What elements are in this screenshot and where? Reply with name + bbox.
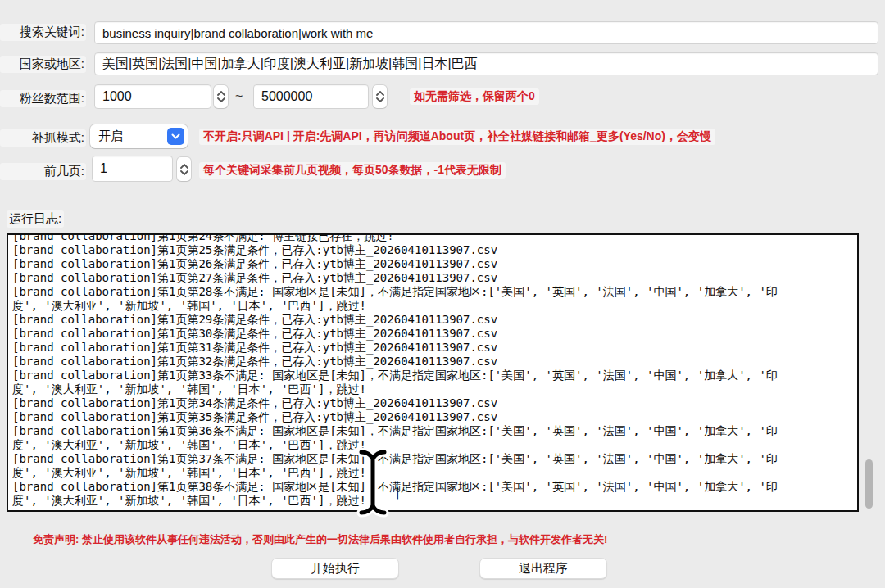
capture-mode-value: 开启 bbox=[98, 129, 123, 144]
region-value: 美国|英国|法国|中国|加拿大|印度|澳大利亚|新加坡|韩国|日本|巴西 bbox=[102, 56, 478, 73]
fans-min-input[interactable]: 1000 bbox=[94, 84, 211, 109]
log-line: 度', '澳大利亚', '新加坡', '韩国', '日本', '巴西']，跳过! bbox=[12, 382, 857, 396]
chevron-down-icon bbox=[180, 170, 188, 175]
log-line: [brand collaboration]第1页第29条满足条件，已存入:ytb… bbox=[12, 313, 857, 327]
log-line: [brand collaboration]第1页第37条不满足: 国家地区是[未… bbox=[12, 452, 857, 466]
log-line: [brand collaboration]第1页第28条不满足: 国家地区是[未… bbox=[12, 285, 857, 299]
fans-min-stepper[interactable] bbox=[214, 85, 228, 108]
scrollbar-thumb[interactable] bbox=[865, 459, 873, 509]
search-keywords-value: business inquiry|brand collaboration|wor… bbox=[102, 26, 373, 40]
log-line: [brand collaboration]第1页第25条满足条件，已存入:ytb… bbox=[12, 243, 857, 257]
range-separator: ~ bbox=[235, 89, 243, 104]
fans-max-value: 5000000 bbox=[261, 89, 312, 104]
log-line: [brand collaboration]第1页第26条满足条件，已存入:ytb… bbox=[12, 257, 857, 271]
first-pages-input[interactable]: 1 bbox=[92, 156, 173, 182]
log-line: 度', '澳大利亚', '新加坡', '韩国', '日本', '巴西']，跳过! bbox=[12, 466, 857, 480]
first-pages-label: 前几页: bbox=[0, 163, 86, 180]
fans-max-input[interactable]: 5000000 bbox=[253, 84, 369, 109]
chevron-up-icon bbox=[217, 91, 225, 96]
log-line: [brand collaboration]第1页第36条不满足: 国家地区是[未… bbox=[12, 424, 857, 438]
log-line: [brand collaboration]第1页第24条不满足: 博主链接已存在… bbox=[12, 233, 857, 243]
chevron-down-icon bbox=[217, 97, 225, 102]
log-line: 度', '澳大利亚', '新加坡', '韩国', '日本', '巴西']，跳过! bbox=[12, 494, 857, 508]
first-pages-stepper[interactable] bbox=[177, 157, 191, 181]
exit-button-label: 退出程序 bbox=[519, 561, 568, 577]
log-line: [brand collaboration]第1页第38条不满足: 国家地区是[未… bbox=[12, 480, 857, 494]
start-button-label: 开始执行 bbox=[311, 561, 360, 577]
first-pages-value: 1 bbox=[100, 161, 107, 176]
fans-range-hint: 如无需筛选，保留两个0 bbox=[410, 88, 539, 105]
log-line: 度', '澳大利亚', '新加坡', '韩国', '日本', '巴西']，跳过! bbox=[12, 299, 857, 313]
exit-button[interactable]: 退出程序 bbox=[479, 558, 607, 579]
chevron-down-icon bbox=[171, 133, 180, 139]
log-line: [brand collaboration]第1页第31条满足条件，已存入:ytb… bbox=[12, 341, 857, 355]
region-label: 国家或地区: bbox=[0, 56, 86, 73]
search-keywords-input[interactable]: business inquiry|brand collaboration|wor… bbox=[94, 21, 878, 44]
log-line: [brand collaboration]第1页第32条满足条件，已存入:ytb… bbox=[12, 355, 857, 369]
first-pages-hint: 每个关键词采集前几页视频，每页50条数据，-1代表无限制 bbox=[199, 162, 506, 179]
run-log-label: 运行日志: bbox=[7, 210, 64, 228]
ibeam-cursor-pointer bbox=[354, 447, 392, 518]
chevron-up-icon bbox=[376, 91, 384, 96]
dropdown-chevron-button[interactable] bbox=[167, 128, 184, 145]
log-line: [brand collaboration]第1页第34条满足条件，已存入:ytb… bbox=[12, 396, 857, 410]
log-line: [brand collaboration]第1页第30条满足条件，已存入:ytb… bbox=[12, 327, 857, 341]
log-lines: [brand collaboration]第1页第24条不满足: 博主链接已存在… bbox=[8, 233, 857, 508]
capture-mode-dropdown[interactable]: 开启 bbox=[90, 124, 188, 148]
search-keywords-label: 搜索关键词: bbox=[0, 24, 86, 41]
disclaimer-text: 免责声明: 禁止使用该软件从事任何违法活动，否则由此产生的一切法律后果由软件使用… bbox=[33, 532, 607, 547]
log-line: [brand collaboration]第1页第27条满足条件，已存入:ytb… bbox=[12, 271, 857, 285]
capture-mode-label: 补抓模式: bbox=[0, 129, 86, 147]
fans-max-stepper[interactable] bbox=[373, 85, 387, 108]
start-button[interactable]: 开始执行 bbox=[271, 558, 399, 579]
run-log-textarea[interactable]: [brand collaboration]第1页第24条不满足: 博主链接已存在… bbox=[7, 233, 859, 512]
chevron-down-icon bbox=[376, 97, 384, 102]
fans-min-value: 1000 bbox=[102, 89, 132, 104]
region-input[interactable]: 美国|英国|法国|中国|加拿大|印度|澳大利亚|新加坡|韩国|日本|巴西 bbox=[94, 52, 878, 75]
fans-range-label: 粉丝数范围: bbox=[0, 90, 86, 107]
log-line: 度', '澳大利亚', '新加坡', '韩国', '日本', '巴西']，跳过! bbox=[12, 438, 857, 452]
text-caret: | bbox=[394, 486, 401, 499]
log-line: [brand collaboration]第1页第35条满足条件，已存入:ytb… bbox=[12, 410, 857, 424]
log-line: [brand collaboration]第1页第33条不满足: 国家地区是[未… bbox=[12, 369, 857, 382]
chevron-up-icon bbox=[180, 164, 188, 169]
capture-mode-hint: 不开启:只调API | 开启:先调API，再访问频道About页，补全社媒链接和… bbox=[199, 129, 715, 145]
